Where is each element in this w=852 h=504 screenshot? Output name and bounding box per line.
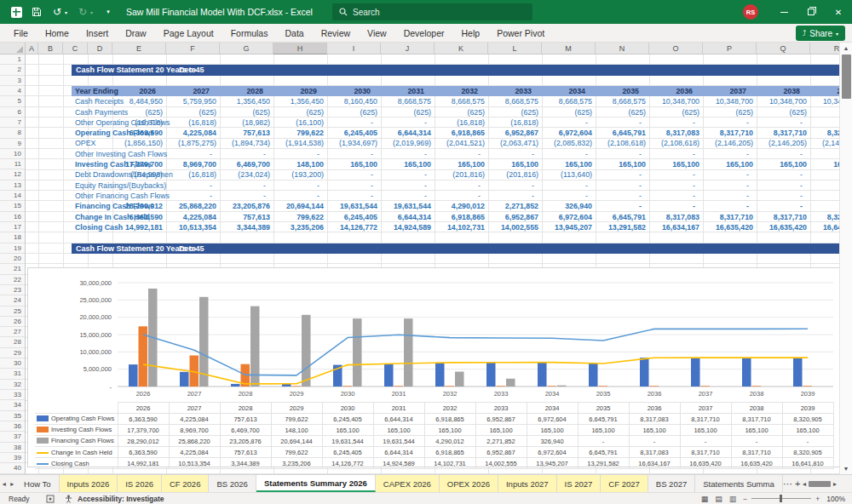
statement-cell[interactable]: 16,634,167 bbox=[649, 222, 703, 232]
column-header-C[interactable]: C bbox=[63, 43, 88, 54]
statement-cell[interactable]: - bbox=[703, 191, 757, 201]
row-header-2[interactable]: 2 bbox=[0, 65, 25, 75]
statement-cell[interactable]: 6,645,791 bbox=[596, 128, 649, 138]
statement-cell[interactable]: 8,668,575 bbox=[435, 96, 488, 106]
statement-cell[interactable]: 14,102,731 bbox=[435, 222, 488, 232]
row-header-20[interactable]: 20 bbox=[0, 254, 25, 264]
statement-cell[interactable]: - bbox=[649, 169, 703, 180]
statement-cell[interactable]: 165,100 bbox=[381, 159, 435, 169]
year-cell[interactable]: 2033 bbox=[488, 86, 542, 96]
statement-cell[interactable]: - bbox=[757, 117, 810, 128]
year-cell[interactable]: 2032 bbox=[435, 86, 488, 96]
statement-cell[interactable]: - bbox=[703, 117, 757, 128]
statement-cell[interactable]: 10,348,700 bbox=[703, 96, 757, 106]
statement-cell[interactable]: 3,235,206 bbox=[273, 222, 327, 232]
statement-cell[interactable]: (625) bbox=[649, 107, 703, 117]
accessibility-status[interactable]: Accessibility: Investigate bbox=[78, 495, 164, 503]
statement-cell[interactable]: 165,100 bbox=[488, 159, 542, 169]
statement-cell[interactable]: (2,146,205) bbox=[703, 138, 757, 148]
statement-row-label[interactable]: Other Financing Cash Flows bbox=[75, 191, 170, 201]
statement-cell[interactable]: 165,100 bbox=[542, 159, 596, 169]
row-header-4[interactable]: 4 bbox=[0, 86, 25, 96]
statement-cell[interactable]: 165,100 bbox=[757, 159, 810, 169]
statement-cell[interactable]: - bbox=[542, 149, 596, 159]
column-header-H[interactable]: H bbox=[273, 43, 327, 54]
statement-cell[interactable]: 19,631,544 bbox=[381, 201, 435, 211]
row-header-18[interactable]: 18 bbox=[0, 232, 25, 243]
statement-cell[interactable]: - bbox=[273, 149, 327, 159]
statement-cell[interactable]: - bbox=[757, 201, 810, 211]
column-header-L[interactable]: L bbox=[488, 43, 542, 54]
row-header-6[interactable]: 6 bbox=[0, 107, 25, 117]
statement-cell[interactable]: 165,100 bbox=[649, 159, 703, 169]
column-header-I[interactable]: I bbox=[327, 43, 381, 54]
statement-cell[interactable]: (625) bbox=[220, 107, 273, 117]
statement-cell[interactable]: 23,205,876 bbox=[220, 201, 273, 211]
statement-row-label[interactable]: Debt Drawdowns/(Repaymen bbox=[75, 169, 173, 180]
ribbon-tab-draw[interactable]: Draw bbox=[117, 24, 155, 43]
statement-cell[interactable]: 16,641,810 bbox=[810, 222, 839, 232]
horizontal-scrollbar[interactable]: ◂ ▸ bbox=[803, 475, 852, 492]
ribbon-tab-formulas[interactable]: Formulas bbox=[222, 24, 277, 43]
statement-cell[interactable]: 8,320,905 bbox=[810, 128, 839, 138]
statement-cell[interactable]: - bbox=[649, 201, 703, 211]
ribbon-tab-power-pivot[interactable]: Power Pivot bbox=[488, 24, 553, 43]
normal-view-icon[interactable]: ▦ bbox=[701, 495, 709, 503]
cash-flow-chart[interactable]: 30,000,00025,000,00020,000,00015,000,000… bbox=[27, 267, 842, 467]
row-header-37[interactable]: 37 bbox=[0, 432, 25, 442]
zoom-slider[interactable]: − + bbox=[743, 495, 820, 503]
ribbon-tab-data[interactable]: Data bbox=[276, 24, 312, 43]
statement-cell[interactable]: 6,469,700 bbox=[220, 159, 273, 169]
statement-cell[interactable]: (625) bbox=[703, 107, 757, 117]
statement-cell[interactable]: - bbox=[435, 149, 488, 159]
statement-cell[interactable]: (1,934,697) bbox=[327, 138, 381, 148]
statement-cell[interactable]: - bbox=[757, 180, 810, 191]
statement-cell[interactable]: - bbox=[381, 117, 435, 128]
statement-cell[interactable]: - bbox=[488, 149, 542, 159]
page-layout-view-icon[interactable]: ▤ bbox=[715, 495, 722, 503]
statement-cell[interactable]: - bbox=[381, 191, 435, 201]
statement-cell[interactable]: - bbox=[273, 180, 327, 191]
row-header-34[interactable]: 34 bbox=[0, 400, 25, 410]
statement-cell[interactable]: - bbox=[757, 149, 810, 159]
statement-cell[interactable]: 799,622 bbox=[273, 212, 327, 222]
statement-cell[interactable]: 10,348,700 bbox=[757, 96, 810, 106]
save-icon[interactable] bbox=[27, 3, 46, 21]
row-header-16[interactable]: 16 bbox=[0, 212, 25, 222]
row-header-1[interactable]: 1 bbox=[0, 54, 25, 65]
statement-cell[interactable]: (625) bbox=[273, 107, 327, 117]
statement-cell[interactable]: (1,875,275) bbox=[166, 138, 220, 148]
row-header-21[interactable]: 21 bbox=[0, 264, 25, 274]
share-button[interactable]: ⤴ Share ▾ bbox=[796, 26, 845, 41]
statement-cell[interactable]: - bbox=[810, 169, 839, 180]
row-header-25[interactable]: 25 bbox=[0, 306, 25, 317]
account-avatar[interactable]: RS bbox=[743, 4, 758, 20]
statement-cell[interactable]: - bbox=[488, 180, 542, 191]
statement-cell[interactable]: (201,816) bbox=[435, 169, 488, 180]
statement-cell[interactable]: - bbox=[435, 191, 488, 201]
statement-cell[interactable]: - bbox=[703, 169, 757, 180]
statement-cell[interactable]: 14,924,589 bbox=[381, 222, 435, 232]
statement-cell[interactable]: - bbox=[596, 169, 649, 180]
year-cell[interactable]: 2038 bbox=[757, 86, 810, 96]
statement-cell[interactable]: - bbox=[220, 180, 273, 191]
row-header-10[interactable]: 10 bbox=[0, 149, 25, 159]
statement-cell[interactable]: - bbox=[327, 191, 381, 201]
statement-cell[interactable]: 8,317,083 bbox=[649, 212, 703, 222]
row-header-33[interactable]: 33 bbox=[0, 390, 25, 400]
macro-record-icon[interactable] bbox=[46, 495, 55, 503]
statement-cell[interactable]: - bbox=[542, 180, 596, 191]
sheet-tab-cf-2026[interactable]: CF 2026 bbox=[162, 475, 209, 492]
statement-cell[interactable]: 20,694,144 bbox=[273, 201, 327, 211]
row-header-14[interactable]: 14 bbox=[0, 191, 25, 201]
statement-cell[interactable]: 10,513,354 bbox=[166, 222, 220, 232]
statement-cell[interactable]: 10,348,700 bbox=[649, 96, 703, 106]
statement-cell[interactable]: (113,640) bbox=[542, 169, 596, 180]
statement-cell[interactable]: (16,818) bbox=[435, 117, 488, 128]
ribbon-tab-page-layout[interactable]: Page Layout bbox=[155, 24, 222, 43]
sheet-tab-is-2027[interactable]: IS 2027 bbox=[557, 475, 602, 492]
restore-button[interactable] bbox=[797, 0, 825, 24]
sheet-tab-opex-2026[interactable]: OPEX 2026 bbox=[440, 475, 498, 492]
column-header-Q[interactable]: Q bbox=[757, 43, 810, 54]
row-header-3[interactable]: 3 bbox=[0, 76, 25, 86]
